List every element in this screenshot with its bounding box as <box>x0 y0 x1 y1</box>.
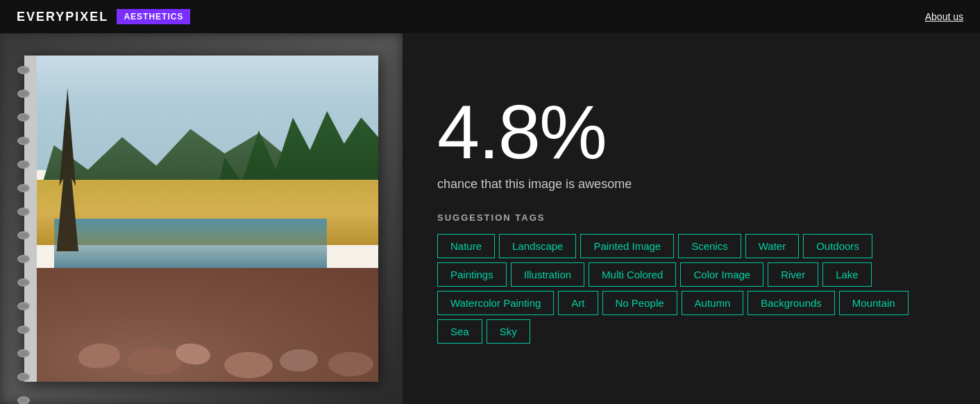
tag-item[interactable]: Mountain <box>839 291 909 315</box>
header: EVERYPIXEL AESTHETICS About us <box>0 0 980 33</box>
tags-grid: NatureLandscapePainted ImageScenicsWater… <box>437 234 945 344</box>
tag-item[interactable]: Scenics <box>678 234 741 258</box>
spiral-dot <box>17 326 30 334</box>
spiral-dot <box>17 160 30 169</box>
tag-item[interactable]: Watercolor Painting <box>437 291 554 315</box>
rock-2 <box>127 347 183 375</box>
spiral-dot <box>17 90 30 98</box>
spiral-dot <box>17 66 30 74</box>
tag-item[interactable]: Sky <box>487 319 530 344</box>
painting-frame <box>24 56 378 382</box>
tag-item[interactable]: Painted Image <box>580 234 674 258</box>
suggestion-tags-label: SUGGESTION TAGS <box>437 212 945 223</box>
spiral-dot <box>17 137 30 145</box>
tag-item[interactable]: Illustration <box>511 262 584 287</box>
spiral-dot <box>17 255 30 263</box>
rocks-area <box>37 268 378 382</box>
tag-item[interactable]: Landscape <box>499 234 576 258</box>
tag-item[interactable]: River <box>768 262 818 287</box>
tag-item[interactable]: No People <box>602 291 677 315</box>
tag-item[interactable]: Outdoors <box>803 234 872 258</box>
tag-item[interactable]: Autumn <box>682 291 744 315</box>
logo[interactable]: EVERYPIXEL <box>17 10 108 24</box>
spiral-dot <box>17 184 30 192</box>
spiral-dot <box>17 396 30 404</box>
spiral-dot <box>17 349 30 357</box>
spiral-dot <box>17 302 30 310</box>
tag-item[interactable]: Water <box>745 234 799 258</box>
result-subtitle: chance that this image is awesome <box>437 177 945 192</box>
spiral-dot <box>17 113 30 121</box>
spiral-binding <box>17 66 30 404</box>
rock-6 <box>328 352 373 376</box>
tag-item[interactable]: Nature <box>437 234 495 258</box>
main-content: 4.8% chance that this image is awesome S… <box>0 33 980 404</box>
spiral-dot <box>17 231 30 239</box>
rock-1 <box>78 342 121 369</box>
tag-item[interactable]: Paintings <box>437 262 507 287</box>
about-link[interactable]: About us <box>925 11 963 22</box>
rock-4 <box>224 352 273 378</box>
image-container <box>0 33 403 404</box>
tag-item[interactable]: Sea <box>437 319 482 344</box>
painting-content <box>37 56 378 382</box>
image-section <box>0 33 403 404</box>
rock-5 <box>279 348 319 373</box>
tag-item[interactable]: Color Image <box>680 262 763 287</box>
tag-item[interactable]: Lake <box>822 262 872 287</box>
tag-item[interactable]: Multi Colored <box>589 262 676 287</box>
tag-item[interactable]: Art <box>558 291 598 315</box>
spiral-dot <box>17 208 30 216</box>
percentage-value: 4.8% <box>437 94 945 170</box>
spiral-dot <box>17 278 30 287</box>
tag-item[interactable]: Backgrounds <box>747 291 835 315</box>
right-section: 4.8% chance that this image is awesome S… <box>403 33 980 404</box>
spiral-dot <box>17 373 30 381</box>
aesthetics-badge: AESTHETICS <box>117 9 190 24</box>
header-left: EVERYPIXEL AESTHETICS <box>17 9 190 24</box>
